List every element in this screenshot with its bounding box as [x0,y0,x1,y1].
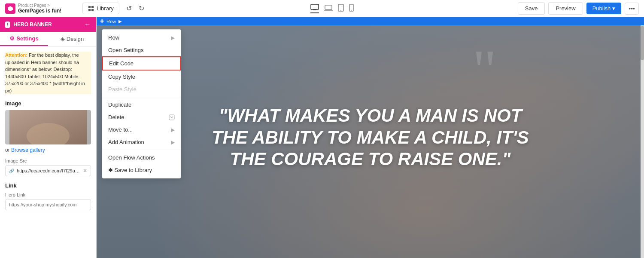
browse-row: or Browse gallery [5,147,91,153]
device-switcher [310,4,354,13]
back-icon[interactable]: ← [84,21,91,28]
ctx-divider-2 [102,150,181,150]
hero-banner-icon: ! [5,22,10,28]
undo-redo-group: ↺ ↻ [124,3,147,14]
undo-button[interactable]: ↺ [124,3,134,14]
image-preview [5,110,91,144]
publish-chevron-icon: ▾ [612,5,615,12]
ctx-move-to[interactable]: Move to... ▶ [102,123,181,136]
brand-area: Product Pages > GemPages is fun! [5,3,78,14]
svg-point-10 [340,10,341,11]
ctx-duplicate[interactable]: Duplicate [102,98,181,111]
ctx-save-library[interactable]: ✱ Save to Library [102,164,181,176]
publish-button[interactable]: Publish ▾ [586,3,622,14]
preview-button[interactable]: Preview [548,2,583,15]
desktop-icon[interactable] [310,4,319,13]
hero-banner-bar: ! HERO BANNER ← [0,17,96,32]
tab-settings[interactable]: ⚙ Settings [0,32,48,46]
more-options-button[interactable]: ••• [625,3,639,15]
ctx-animation-arrow-icon: ▶ [171,139,175,145]
mobile-icon[interactable] [349,4,354,13]
main-layout: ! HERO BANNER ← ⚙ Settings ◈ Design Atte… [0,17,644,258]
ctx-edit-code[interactable]: Edit Code [102,56,181,71]
canvas: ✚ Row ▶ Row ▶ Open Settings Edit Code Co… [97,17,644,258]
decorative-quote: " [472,52,524,95]
library-button[interactable]: Library [82,3,119,14]
image-src-input[interactable]: 🔗 https://ucarecdn.com/f7f29a68- ✕ [5,165,91,176]
brand-icon [5,3,15,14]
svg-rect-2 [91,6,94,8]
attention-box: Attention: For the best display, the upl… [5,52,91,94]
breadcrumb: Product Pages > [18,3,61,8]
image-src-value: https://ucarecdn.com/f7f29a68- [17,168,80,173]
svg-point-12 [351,10,352,11]
quote-text: "WHAT MAKES YOU A MAN IS NOT THE ABILITY… [203,96,538,178]
right-actions: Save Preview Publish ▾ ••• [518,2,639,15]
context-menu: Row ▶ Open Settings Edit Code Copy Style… [102,29,181,178]
sidebar: ! HERO BANNER ← ⚙ Settings ◈ Design Atte… [0,17,97,258]
image-preview-inner [5,110,91,144]
ctx-arrow-icon: ▶ [171,35,175,41]
laptop-icon[interactable] [324,4,333,13]
grid-icon [88,6,94,12]
svg-rect-1 [88,6,91,8]
save-button[interactable]: Save [518,2,545,15]
ctx-row[interactable]: Row ▶ [102,31,181,44]
ctx-delete-key [169,114,175,120]
ctx-add-animation[interactable]: Add Animation ▶ [102,136,181,148]
image-section-label: Image [5,100,91,107]
link-section-label: Link [5,182,91,189]
ctx-divider-1 [102,97,181,97]
design-icon: ◈ [61,36,65,42]
settings-icon: ⚙ [9,35,15,42]
topbar: Product Pages > GemPages is fun! Library… [0,0,644,17]
ctx-move-arrow-icon: ▶ [171,127,175,133]
image-src-label: Image Src [5,158,91,163]
ctx-paste-style: Paste Style [102,83,181,95]
sidebar-content: Attention: For the best display, the upl… [0,46,96,258]
svg-rect-6 [313,9,316,10]
svg-rect-7 [325,5,332,9]
tablet-icon[interactable] [338,4,344,13]
hero-banner-label: HERO BANNER [13,22,81,28]
redo-button[interactable]: ↻ [136,3,147,14]
svg-rect-5 [311,4,319,9]
svg-marker-0 [8,6,13,11]
scrollbar[interactable] [641,17,644,258]
svg-rect-15 [169,115,174,120]
row-bar: ✚ Row ▶ [97,17,644,25]
sidebar-tabs: ⚙ Settings ◈ Design [0,32,96,46]
row-plus-icon: ✚ [100,18,104,24]
clear-src-icon[interactable]: ✕ [83,168,87,174]
ctx-delete[interactable]: Delete [102,111,181,123]
svg-text:": " [472,52,497,95]
link-section: Link Hero Link [5,182,91,210]
row-arrow-icon[interactable]: ▶ [118,19,122,24]
ctx-open-flow[interactable]: Open Flow Actions [102,151,181,164]
preview-image [5,110,91,144]
svg-rect-4 [91,9,94,11]
hero-link-input[interactable] [5,199,91,210]
scrollbar-thumb[interactable] [641,26,644,60]
ctx-copy-style[interactable]: Copy Style [102,71,181,83]
hero-link-label: Hero Link [5,192,91,197]
app-title: GemPages is fun! [18,8,61,14]
tab-design[interactable]: ◈ Design [48,32,96,46]
ctx-open-settings[interactable]: Open Settings [102,44,181,56]
browse-gallery-link[interactable]: Browse gallery [11,147,45,153]
svg-rect-3 [88,9,91,11]
brand-text: Product Pages > GemPages is fun! [18,3,61,14]
link-icon: 🔗 [9,169,14,173]
